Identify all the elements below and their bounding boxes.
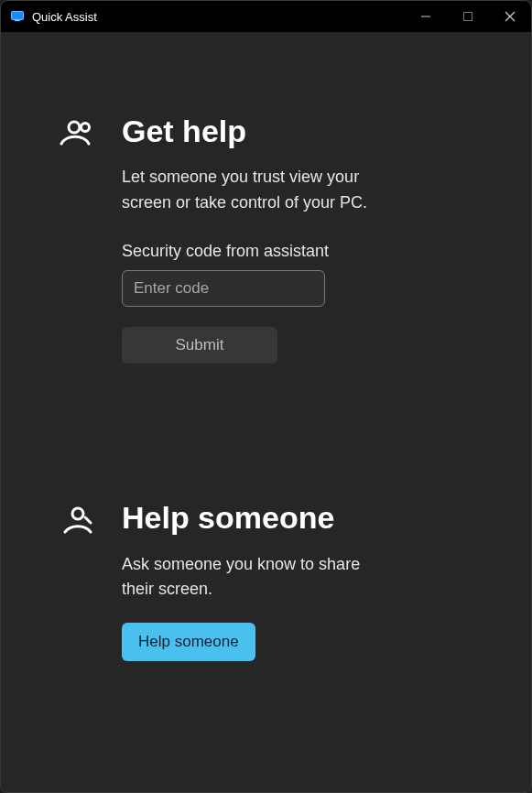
app-window: Quick Assist bbox=[0, 0, 532, 793]
svg-point-8 bbox=[72, 508, 83, 519]
svg-rect-0 bbox=[12, 12, 24, 20]
help-someone-section: Help someone Ask someone you know to sha… bbox=[56, 501, 476, 661]
svg-line-9 bbox=[85, 517, 91, 523]
get-help-icon bbox=[56, 114, 100, 364]
svg-point-7 bbox=[81, 124, 90, 132]
maximize-button[interactable] bbox=[447, 1, 489, 32]
app-title: Quick Assist bbox=[32, 10, 97, 24]
help-someone-description: Ask someone you know to share their scre… bbox=[122, 552, 378, 603]
close-button[interactable] bbox=[489, 1, 531, 32]
get-help-body: Get help Let someone you trust view your… bbox=[122, 114, 476, 364]
minimize-button[interactable] bbox=[405, 1, 447, 32]
content-area: Get help Let someone you trust view your… bbox=[1, 32, 531, 792]
help-someone-icon bbox=[56, 501, 100, 661]
window-controls bbox=[405, 1, 531, 32]
app-icon bbox=[10, 9, 25, 24]
svg-rect-1 bbox=[15, 20, 20, 21]
submit-button[interactable]: Submit bbox=[122, 327, 277, 364]
security-code-label: Security code from assistant bbox=[122, 242, 476, 261]
titlebar-left: Quick Assist bbox=[1, 9, 97, 24]
svg-rect-3 bbox=[464, 13, 472, 21]
help-someone-body: Help someone Ask someone you know to sha… bbox=[122, 501, 476, 661]
get-help-description: Let someone you trust view your screen o… bbox=[122, 165, 378, 216]
help-someone-button[interactable]: Help someone bbox=[122, 623, 255, 661]
get-help-section: Get help Let someone you trust view your… bbox=[56, 114, 476, 364]
titlebar: Quick Assist bbox=[1, 1, 531, 32]
get-help-heading: Get help bbox=[122, 114, 476, 148]
help-someone-heading: Help someone bbox=[122, 501, 476, 535]
svg-point-6 bbox=[69, 122, 80, 133]
security-code-input[interactable] bbox=[122, 270, 325, 307]
